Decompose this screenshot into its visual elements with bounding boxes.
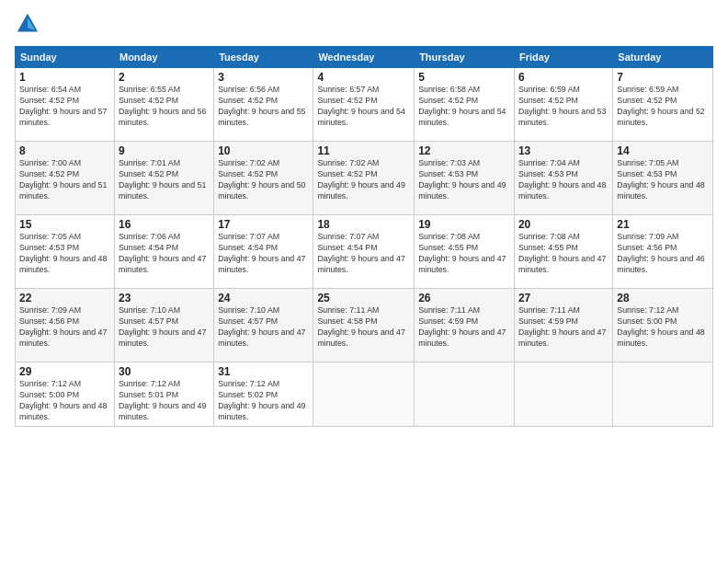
sunset-label: Sunset: 4:52 PM [518, 96, 578, 105]
day-number: 23 [119, 292, 210, 304]
sunset-label: Sunset: 4:52 PM [19, 96, 79, 105]
daylight-label: Daylight: 9 hours and 49 minutes. [317, 180, 404, 201]
page-container: SundayMondayTuesdayWednesdayThursdayFrid… [0, 0, 728, 434]
sunset-label: Sunset: 4:52 PM [317, 96, 377, 105]
day-number: 5 [418, 71, 510, 84]
sunrise-label: Sunrise: 6:56 AM [218, 85, 279, 94]
calendar-cell: 5 Sunrise: 6:58 AM Sunset: 4:52 PM Dayli… [415, 68, 515, 142]
sunset-label: Sunset: 4:59 PM [518, 316, 578, 326]
sunrise-label: Sunrise: 7:09 AM [617, 232, 678, 241]
day-info: Sunrise: 7:11 AM Sunset: 4:59 PM Dayligh… [518, 305, 609, 350]
daylight-label: Daylight: 9 hours and 52 minutes. [617, 107, 704, 127]
day-info: Sunrise: 7:08 AM Sunset: 4:55 PM Dayligh… [518, 232, 609, 276]
sunrise-label: Sunrise: 6:59 AM [617, 85, 678, 94]
calendar-cell: 2 Sunrise: 6:55 AM Sunset: 4:52 PM Dayli… [114, 68, 213, 142]
daylight-label: Daylight: 9 hours and 47 minutes. [518, 254, 606, 274]
day-info: Sunrise: 7:06 AM Sunset: 4:54 PM Dayligh… [119, 232, 210, 276]
daylight-label: Daylight: 9 hours and 49 minutes. [418, 180, 506, 201]
sunrise-label: Sunrise: 7:09 AM [19, 305, 81, 315]
day-info: Sunrise: 6:59 AM Sunset: 4:52 PM Dayligh… [617, 85, 709, 129]
calendar-cell: 11 Sunrise: 7:02 AM Sunset: 4:52 PM Dayl… [313, 142, 415, 215]
calendar-cell [514, 362, 612, 427]
day-number: 14 [617, 144, 709, 157]
day-info: Sunrise: 7:12 AM Sunset: 5:02 PM Dayligh… [218, 379, 309, 423]
daylight-label: Daylight: 9 hours and 47 minutes. [518, 327, 606, 348]
day-info: Sunrise: 7:00 AM Sunset: 4:52 PM Dayligh… [19, 158, 110, 202]
day-info: Sunrise: 7:05 AM Sunset: 4:53 PM Dayligh… [19, 232, 110, 276]
calendar-cell: 25 Sunrise: 7:11 AM Sunset: 4:58 PM Dayl… [313, 289, 415, 362]
sunset-label: Sunset: 4:57 PM [218, 316, 278, 326]
sunset-label: Sunset: 4:56 PM [617, 243, 677, 252]
day-info: Sunrise: 7:12 AM Sunset: 5:00 PM Dayligh… [19, 379, 110, 423]
daylight-label: Daylight: 9 hours and 47 minutes. [317, 254, 404, 274]
calendar-cell: 6 Sunrise: 6:59 AM Sunset: 4:52 PM Dayli… [514, 68, 612, 142]
calendar-cell: 15 Sunrise: 7:05 AM Sunset: 4:53 PM Dayl… [16, 215, 115, 289]
sunrise-label: Sunrise: 7:01 AM [119, 158, 180, 167]
day-number: 26 [418, 292, 510, 304]
sunset-label: Sunset: 4:59 PM [418, 316, 478, 326]
day-info: Sunrise: 7:02 AM Sunset: 4:52 PM Dayligh… [218, 158, 309, 202]
day-number: 31 [218, 365, 309, 378]
calendar-week-row: 22 Sunrise: 7:09 AM Sunset: 4:56 PM Dayl… [16, 289, 713, 362]
calendar-cell: 3 Sunrise: 6:56 AM Sunset: 4:52 PM Dayli… [214, 68, 313, 142]
sunset-label: Sunset: 4:53 PM [518, 169, 578, 178]
day-info: Sunrise: 7:12 AM Sunset: 5:01 PM Dayligh… [119, 379, 210, 423]
calendar-cell: 18 Sunrise: 7:07 AM Sunset: 4:54 PM Dayl… [313, 215, 415, 289]
calendar-cell: 28 Sunrise: 7:12 AM Sunset: 5:00 PM Dayl… [613, 289, 713, 362]
day-number: 15 [19, 218, 110, 231]
daylight-label: Daylight: 9 hours and 57 minutes. [19, 107, 107, 127]
daylight-label: Daylight: 9 hours and 47 minutes. [218, 254, 305, 274]
sunset-label: Sunset: 4:52 PM [19, 169, 79, 178]
sunset-label: Sunset: 4:56 PM [19, 316, 79, 326]
calendar-cell: 4 Sunrise: 6:57 AM Sunset: 4:52 PM Dayli… [313, 68, 415, 142]
daylight-label: Daylight: 9 hours and 47 minutes. [418, 327, 506, 348]
calendar-cell: 24 Sunrise: 7:10 AM Sunset: 4:57 PM Dayl… [214, 289, 313, 362]
day-number: 12 [418, 144, 510, 157]
calendar-cell [313, 362, 415, 427]
sunset-label: Sunset: 4:52 PM [617, 96, 677, 105]
sunrise-label: Sunrise: 7:11 AM [317, 305, 379, 315]
calendar-cell: 20 Sunrise: 7:08 AM Sunset: 4:55 PM Dayl… [514, 215, 612, 289]
daylight-label: Daylight: 9 hours and 47 minutes. [317, 327, 404, 348]
day-info: Sunrise: 7:05 AM Sunset: 4:53 PM Dayligh… [617, 158, 709, 202]
logo-icon [15, 11, 40, 37]
sunset-label: Sunset: 5:02 PM [218, 390, 278, 399]
sunrise-label: Sunrise: 7:10 AM [119, 305, 180, 315]
day-info: Sunrise: 7:09 AM Sunset: 4:56 PM Dayligh… [617, 232, 709, 276]
day-number: 16 [119, 218, 210, 231]
calendar-cell: 23 Sunrise: 7:10 AM Sunset: 4:57 PM Dayl… [114, 289, 213, 362]
calendar-cell: 22 Sunrise: 7:09 AM Sunset: 4:56 PM Dayl… [16, 289, 115, 362]
sunset-label: Sunset: 4:52 PM [418, 96, 478, 105]
day-info: Sunrise: 6:59 AM Sunset: 4:52 PM Dayligh… [518, 85, 609, 129]
sunrise-label: Sunrise: 7:04 AM [518, 158, 580, 167]
day-number: 13 [518, 144, 609, 157]
sunrise-label: Sunrise: 6:55 AM [119, 85, 180, 94]
sunset-label: Sunset: 4:55 PM [418, 243, 478, 252]
daylight-label: Daylight: 9 hours and 48 minutes. [617, 180, 704, 201]
sunset-label: Sunset: 4:54 PM [218, 243, 278, 252]
sunset-label: Sunset: 4:54 PM [317, 243, 377, 252]
day-number: 25 [317, 292, 410, 304]
day-number: 18 [317, 218, 410, 231]
day-info: Sunrise: 6:57 AM Sunset: 4:52 PM Dayligh… [317, 85, 410, 129]
day-number: 17 [218, 218, 309, 231]
sunset-label: Sunset: 5:00 PM [617, 316, 677, 326]
calendar-cell: 9 Sunrise: 7:01 AM Sunset: 4:52 PM Dayli… [114, 142, 213, 215]
calendar-cell: 10 Sunrise: 7:02 AM Sunset: 4:52 PM Dayl… [214, 142, 313, 215]
day-number: 3 [218, 71, 309, 84]
day-number: 19 [418, 218, 510, 231]
weekday-header-tuesday: Tuesday [214, 47, 313, 68]
sunrise-label: Sunrise: 7:00 AM [19, 158, 81, 167]
daylight-label: Daylight: 9 hours and 54 minutes. [317, 107, 404, 127]
day-number: 22 [19, 292, 110, 304]
day-number: 1 [19, 71, 110, 84]
day-info: Sunrise: 7:09 AM Sunset: 4:56 PM Dayligh… [19, 305, 110, 350]
day-info: Sunrise: 7:02 AM Sunset: 4:52 PM Dayligh… [317, 158, 410, 202]
sunrise-label: Sunrise: 7:02 AM [317, 158, 379, 167]
daylight-label: Daylight: 9 hours and 49 minutes. [218, 401, 305, 421]
day-number: 21 [617, 218, 709, 231]
sunrise-label: Sunrise: 7:12 AM [617, 305, 678, 315]
daylight-label: Daylight: 9 hours and 51 minutes. [19, 180, 107, 201]
calendar-cell: 26 Sunrise: 7:11 AM Sunset: 4:59 PM Dayl… [415, 289, 515, 362]
calendar-cell: 31 Sunrise: 7:12 AM Sunset: 5:02 PM Dayl… [214, 362, 313, 427]
